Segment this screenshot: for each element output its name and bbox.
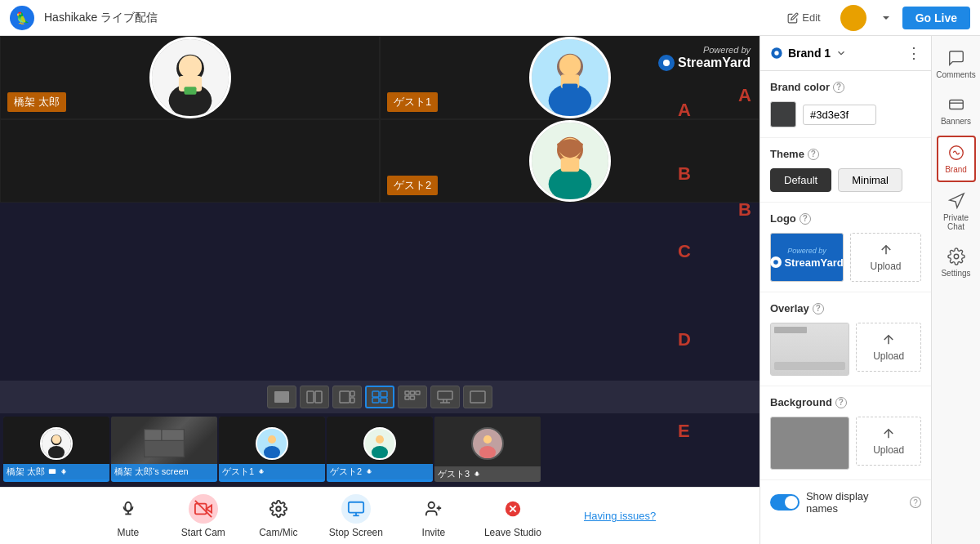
theme-minimal-button[interactable]: Minimal [838,168,902,192]
leave-studio-icon-container [498,494,528,524]
sidebar-settings-button[interactable]: Settings [937,241,976,284]
cam-mic-label: Cam/Mic [259,527,297,538]
svg-point-60 [479,445,496,458]
svg-point-51 [268,435,276,443]
sidebar-comments-button[interactable]: Comments [937,42,976,86]
powered-by-logo: StreamYard [678,56,751,70]
svg-rect-48 [163,430,184,440]
layout-blank-button[interactable] [463,386,492,408]
leave-icon [504,500,522,518]
studio-area: 橋架 太郎 Powered by Stream [0,36,760,544]
show-names-help-icon[interactable]: ? [910,497,921,508]
cam-mic-icon-container [264,494,293,524]
background-help-icon[interactable]: ? [835,397,847,408]
svg-point-57 [368,469,370,473]
sidebar-private-chat-button[interactable]: Private Chat [937,185,976,238]
thumb-guest1-name: ゲスト1 [219,464,325,479]
thumb-screen[interactable]: 橋架 太郎's screen [111,417,217,482]
logo-preview[interactable]: Powered by StreamYard [770,233,844,282]
start-cam-button[interactable]: Start Cam [179,494,228,538]
brand-sidebar-icon [947,144,965,162]
layout-side2-button[interactable] [332,386,362,408]
sidebar-brand-button[interactable]: Brand [937,136,976,182]
invite-button[interactable]: Invite [409,494,458,538]
logo-section: Logo ? Powered by StreamYard [760,203,931,292]
invite-label: Invite [422,527,446,538]
leave-studio-button[interactable]: Leave Studio [484,494,541,538]
theme-help-icon[interactable]: ? [808,149,819,160]
svg-point-41 [48,445,65,457]
overlay-help-icon[interactable]: ? [813,303,824,314]
logo-upload-button[interactable]: Upload [850,233,921,282]
svg-rect-18 [560,158,579,172]
upload-icon [879,243,893,257]
background-section: Background ? Upload [760,386,931,480]
stop-screen-button[interactable]: Stop Screen [329,494,383,538]
mic-icon [60,468,68,476]
color-row [770,101,921,127]
preview: 橋架 太郎 Powered by Stream [0,36,760,203]
svg-point-53 [260,469,262,473]
avatar-chevron-icon [880,11,893,25]
color-input[interactable] [803,105,876,125]
sidebar-icons: Comments Banners Brand Private Chat Sett… [931,36,980,544]
thumb-guest2[interactable]: ゲスト2 [327,417,433,482]
cam-mic-button[interactable]: Cam/Mic [254,494,303,538]
overlay-preview[interactable] [770,323,849,376]
mic-icon-guest1 [257,468,265,476]
thumb-guest3[interactable]: ゲスト3 [434,417,541,482]
right-panel: Brand 1 ⋮ Brand color ? Theme [760,36,980,544]
svg-rect-26 [381,391,387,397]
thumb-tarou[interactable]: 橋架 太郎 [3,417,109,482]
logo-title: Logo ? [770,212,921,225]
avatar-tarou [149,37,231,118]
logo-help-icon[interactable]: ? [800,213,811,225]
powered-by: Powered by StreamYard [658,45,751,71]
settings-icon [270,500,287,518]
brand-more-button[interactable]: ⋮ [906,44,921,62]
color-swatch[interactable] [770,101,796,127]
layout-3split-button[interactable] [365,386,394,408]
bg-upload-button[interactable]: Upload [856,417,921,466]
thumb-guest1[interactable]: ゲスト1 [219,417,325,482]
svg-rect-22 [340,391,350,403]
banners-icon [947,96,965,114]
mute-button[interactable]: Mute [104,494,153,538]
overlay-upload-button[interactable]: Upload [856,323,921,372]
overlay-section: Overlay ? Upload [760,292,931,386]
svg-rect-25 [372,391,379,397]
banners-label: Banners [941,117,971,126]
thumb-guest2-name: ゲスト2 [327,464,433,479]
svg-rect-49 [145,441,184,457]
layout-2split-button[interactable] [300,386,329,408]
screen-thumbnail-icon [144,429,185,457]
go-live-button[interactable]: Go Live [902,7,970,29]
leave-studio-label: Leave Studio [484,527,541,538]
show-names-label: Show display names [806,490,903,515]
svg-point-71 [428,502,434,507]
sidebar-banners-button[interactable]: Banners [937,89,976,132]
svg-rect-43 [49,469,56,474]
brand-dropdown[interactable]: Brand 1 [770,47,847,60]
bg-preview[interactable] [770,417,849,470]
show-names-toggle[interactable] [770,494,800,511]
brand-color-help-icon[interactable]: ? [833,82,844,93]
app-logo: 🦜 [10,6,34,30]
svg-point-61 [475,471,478,475]
edit-button[interactable]: Edit [787,11,820,24]
svg-point-44 [62,469,65,473]
avatar-guest1 [529,37,611,118]
preview-cell-2: Powered by StreamYard [380,36,760,119]
avatar[interactable] [840,5,866,31]
bg-row: Upload [770,417,921,470]
layout-4split-button[interactable] [398,386,427,408]
stop-screen-label: Stop Screen [329,527,383,538]
layout-screen-button[interactable] [430,386,460,408]
start-cam-icon-container [189,494,218,524]
settings-sidebar-icon [947,247,965,265]
theme-default-button[interactable]: Default [770,168,831,192]
having-issues-link[interactable]: Having issues? [584,510,656,522]
svg-rect-68 [349,502,363,512]
layout-single-button[interactable] [267,386,296,408]
brand-color-title: Brand color ? [770,81,921,93]
